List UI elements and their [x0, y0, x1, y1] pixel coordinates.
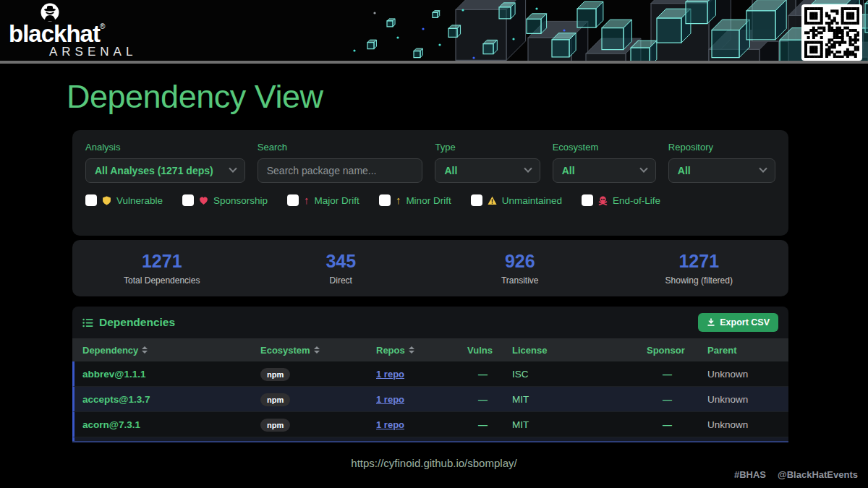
- license-cell: MIT: [512, 419, 647, 430]
- export-csv-button[interactable]: Export CSV: [698, 313, 778, 332]
- table-title-text: Dependencies: [99, 316, 175, 329]
- dependency-name: accepts@1.3.7: [82, 394, 260, 405]
- stat-transitive: 926 Transitive: [430, 251, 610, 286]
- qr-code: [801, 4, 862, 61]
- table-row[interactable]: accepts@1.3.7 npm 1 repo — MIT — Unknown: [72, 387, 788, 412]
- flag-unmaintained: Unmaintained: [471, 194, 562, 206]
- sort-icon: [409, 346, 414, 354]
- repos-cell: 1 repo: [376, 418, 467, 431]
- column-header-parent: Parent: [707, 345, 788, 356]
- search-label: Search: [258, 142, 423, 153]
- column-label: Sponsor: [647, 345, 685, 356]
- major-drift-checkbox[interactable]: [287, 194, 299, 206]
- sponsorship-checkbox[interactable]: [182, 194, 194, 206]
- ecosystem-cell: npm: [260, 418, 376, 432]
- parent-cell: Unknown: [707, 369, 788, 380]
- column-header-ecosystem[interactable]: Ecosystem: [260, 345, 376, 356]
- heart-icon: [199, 196, 208, 205]
- column-header-repos[interactable]: Repos: [376, 345, 467, 356]
- repository-filter: Repository All: [668, 142, 775, 183]
- stat-label: Direct: [252, 275, 431, 286]
- chevron-down-icon: [759, 165, 767, 173]
- filter-row: Analysis All Analyses (1271 deps) Search…: [85, 142, 775, 183]
- slide: blackhat® ARSENAL Dependency View Analys…: [0, 0, 868, 488]
- stat-value: 1271: [72, 251, 252, 272]
- column-label: Parent: [707, 345, 736, 356]
- stat-value: 926: [430, 251, 610, 272]
- flag-label: Minor Drift: [406, 195, 451, 206]
- flag-filter-row: Vulnerable Sponsorship ↑ Major Drift ↑ M…: [85, 194, 775, 206]
- stat-showing-filtered: 1271 Showing (filtered): [610, 251, 789, 286]
- column-header-dependency[interactable]: Dependency: [82, 345, 260, 356]
- repos-cell: 1 repo: [376, 367, 467, 380]
- sort-icon: [142, 346, 148, 354]
- social-footer: #BHAS @BlackHatEvents: [734, 469, 858, 480]
- npm-badge: npm: [260, 368, 290, 381]
- search-input[interactable]: [267, 165, 414, 176]
- stats-panel: 1271 Total Dependencies 345 Direct 926 T…: [72, 240, 788, 296]
- analysis-select[interactable]: All Analyses (1271 deps): [85, 158, 245, 183]
- parent-cell: Unknown: [707, 394, 788, 405]
- column-header-license: License: [512, 345, 647, 356]
- flag-minor-drift: ↑ Minor Drift: [379, 194, 451, 206]
- stat-value: 1271: [610, 251, 789, 272]
- stat-value: 345: [252, 251, 431, 272]
- flag-end-of-life: End-of-Life: [582, 194, 660, 206]
- column-label: Ecosystem: [260, 345, 310, 356]
- search-filter: Search: [258, 142, 423, 183]
- npm-badge: npm: [260, 419, 290, 432]
- hashtag: #BHAS: [734, 469, 766, 480]
- type-label: Type: [435, 142, 540, 153]
- skull-icon: [598, 196, 608, 205]
- minor-drift-checkbox[interactable]: [379, 194, 391, 206]
- ecosystem-select[interactable]: All: [553, 158, 656, 183]
- column-header-vulns: Vulns: [467, 345, 512, 356]
- repo-link[interactable]: 1 repo: [376, 369, 404, 380]
- ecosystem-label: Ecosystem: [553, 142, 656, 153]
- cubes-artwork: [347, 0, 868, 64]
- table-row[interactable]: acorn@7.3.1 npm 1 repo — MIT — Unknown: [72, 412, 788, 437]
- flag-label: End-of-Life: [613, 195, 660, 206]
- registered-mark: ®: [100, 22, 104, 30]
- column-label: Vulns: [467, 345, 493, 356]
- flag-label: Sponsorship: [213, 195, 268, 206]
- ecosystem-filter: Ecosystem All: [553, 142, 656, 183]
- chevron-down-icon: [524, 165, 532, 173]
- banner: blackhat® ARSENAL: [0, 0, 868, 64]
- repository-value: All: [678, 165, 691, 176]
- repository-select[interactable]: All: [668, 158, 775, 183]
- flag-label: Unmaintained: [502, 195, 562, 206]
- search-box: [258, 158, 423, 183]
- repo-link[interactable]: 1 repo: [376, 394, 404, 405]
- column-label: Repos: [376, 345, 405, 356]
- ecosystem-cell: npm: [260, 367, 376, 381]
- repo-link[interactable]: 1 repo: [376, 419, 404, 430]
- table-header-bar: Dependencies Export CSV: [72, 307, 788, 338]
- column-header-sponsor: Sponsor: [647, 345, 707, 356]
- export-csv-label: Export CSV: [720, 317, 770, 328]
- arrow-up-icon: ↑: [304, 196, 310, 205]
- npm-badge: npm: [260, 393, 290, 406]
- ecosystem-cell: npm: [260, 393, 376, 406]
- vulnerable-checkbox[interactable]: [85, 194, 97, 206]
- flag-vulnerable: Vulnerable: [85, 194, 163, 206]
- unmaintained-checkbox[interactable]: [471, 194, 482, 206]
- type-select[interactable]: All: [435, 158, 540, 183]
- shield-icon: [102, 196, 111, 205]
- dependency-name: acorn@7.3.1: [82, 419, 260, 430]
- dependencies-panel: Dependencies Export CSV Dependency Ecosy…: [72, 307, 788, 442]
- repos-cell: 1 repo: [376, 393, 467, 406]
- analysis-value: All Analyses (1271 deps): [95, 165, 213, 176]
- sponsor-cell: —: [647, 394, 707, 405]
- brand-subtitle: ARSENAL: [49, 45, 137, 59]
- type-value: All: [444, 165, 457, 176]
- qr-code-canvas: [804, 7, 859, 58]
- table-column-headers: Dependency Ecosystem Repos Vulns License…: [72, 338, 788, 361]
- end-of-life-checkbox[interactable]: [582, 194, 593, 206]
- sponsor-cell: —: [647, 369, 707, 380]
- page-title: Dependency View: [67, 78, 323, 116]
- table-row[interactable]: abbrev@1.1.1 npm 1 repo — ISC — Unknown: [72, 361, 788, 387]
- stat-label: Total Dependencies: [72, 275, 252, 286]
- table-title: Dependencies: [82, 316, 175, 329]
- arrow-up-icon: ↑: [396, 196, 401, 205]
